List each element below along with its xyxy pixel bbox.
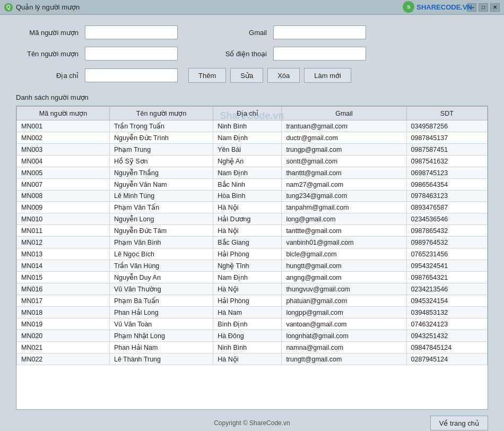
cell-dia_chi: Nam Định <box>213 272 282 283</box>
close-button[interactable]: ✕ <box>490 3 500 12</box>
cell-sdt: 0943251432 <box>406 330 487 342</box>
table-row[interactable]: MN013Lê Ngọc BíchHải Phòngbicle@gmail.co… <box>17 248 488 260</box>
cell-sdt: 0987865432 <box>406 225 487 237</box>
dia-chi-input[interactable] <box>85 68 178 82</box>
cell-gmail: trungp@gmail.com <box>282 144 406 156</box>
gmail-input[interactable] <box>273 25 366 39</box>
table-row[interactable]: MN007Nguyễn Văn NamBắc Ninhnam27@gmail.c… <box>17 179 488 191</box>
cell-sdt: 0987845137 <box>406 132 487 144</box>
ma-label: Mã người mượn <box>16 29 85 37</box>
ten-input[interactable] <box>85 47 178 61</box>
cell-ma: MN014 <box>17 260 110 272</box>
cell-gmail: vanbinh01@gmail.com <box>282 237 406 248</box>
table-row[interactable]: MN020Phạm Nhật LongHà Đônglongnhat@gmail… <box>17 330 488 342</box>
table-body: MN001Trần Trọng TuấnNinh Bìnhtrantuan@gm… <box>17 120 488 365</box>
main-content: ShareCode.vn Mã người mượn Gmail Tên ngư… <box>0 15 504 415</box>
cell-ten: Lê Ngọc Bích <box>109 248 213 260</box>
sua-button[interactable]: Sửa <box>230 68 263 83</box>
main-window: Q Quản lý người mượn S SHARECODE.VN — □ … <box>0 0 504 431</box>
cell-ma: MN022 <box>17 354 110 365</box>
cell-sdt: 0986564354 <box>406 179 487 191</box>
xoa-button[interactable]: Xóa <box>267 68 300 83</box>
window-title: Quản lý người mượn <box>16 3 80 11</box>
logo-icon: S <box>403 1 414 13</box>
cell-sdt: 0287945124 <box>406 354 487 365</box>
table-row[interactable]: MN015Nguyễn Duy AnNam Địnhangng@gmail.co… <box>17 272 488 283</box>
app-icon: Q <box>4 3 13 12</box>
home-button[interactable]: Về trang chủ <box>430 416 488 430</box>
cell-gmail: phatuan@gmail.com <box>282 295 406 307</box>
them-button[interactable]: Thêm <box>188 68 226 83</box>
cell-sdt: 0987587451 <box>406 144 487 156</box>
cell-gmail: ductr@gmail.com <box>282 132 406 144</box>
cell-dia_chi: Hà Nội <box>213 354 282 365</box>
col-ma: Mã người mượn <box>17 107 110 120</box>
cell-gmail: angng@gmail.com <box>282 272 406 283</box>
cell-sdt: 0394853132 <box>406 307 487 318</box>
ten-label: Tên người mượn <box>16 50 85 58</box>
cell-ma: MN004 <box>17 156 110 167</box>
cell-dia_chi: Hải Phòng <box>213 248 282 260</box>
cell-dia_chi: Hà Nội <box>213 283 282 295</box>
table-row[interactable]: MN022Lê Thành TrungHà Nộitrungtt@gmail.c… <box>17 354 488 365</box>
cell-dia_chi: Nam Định <box>213 132 282 144</box>
table-container[interactable]: Mã người mượn Tên người mượn Địa chỉ Gma… <box>16 106 488 410</box>
cell-ten: Nguyễn Thắng <box>109 167 213 179</box>
table-row[interactable]: MN001Trần Trọng TuấnNinh Bìnhtrantuan@gm… <box>17 120 488 132</box>
ma-input[interactable] <box>85 25 178 39</box>
table-row[interactable]: MN011Nguyễn Đức TâmHà Nộitanttte@gmail.c… <box>17 225 488 237</box>
cell-dia_chi: Nam Định <box>213 167 282 179</box>
table-row[interactable]: MN010Nguyễn LongHải Dươnglong@gmail.com0… <box>17 213 488 225</box>
table-row[interactable]: MN012Phạm Văn BìnhBắc Giangvanbinh01@gma… <box>17 237 488 248</box>
cell-ma: MN002 <box>17 132 110 144</box>
table-row[interactable]: MN008Lê Minh TùngHòa Bìnhtung234@gmail.c… <box>17 191 488 202</box>
cell-ma: MN010 <box>17 213 110 225</box>
cell-dia_chi: Hải Dương <box>213 213 282 225</box>
cell-ten: Trần Văn Hùng <box>109 260 213 272</box>
cell-dia_chi: Ninh Bình <box>213 120 282 132</box>
cell-ten: Phan Hải Nam <box>109 342 213 354</box>
cell-gmail: sontt@gmail.com <box>282 156 406 167</box>
table-row[interactable]: MN005Nguyễn ThắngNam Địnhthanttt@gmail.c… <box>17 167 488 179</box>
cell-dia_chi: Nghệ Tĩnh <box>213 260 282 272</box>
cell-ten: Phạm Nhật Long <box>109 330 213 342</box>
borrowers-table: Mã người mượn Tên người mượn Địa chỉ Gma… <box>16 106 488 365</box>
cell-sdt: 0234536546 <box>406 213 487 225</box>
col-dia-chi: Địa chỉ <box>213 107 282 120</box>
cell-sdt: 0954324541 <box>406 260 487 272</box>
table-row[interactable]: MN002Nguyễn Đức TrìnhNam Địnhductr@gmail… <box>17 132 488 144</box>
col-gmail: Gmail <box>282 107 406 120</box>
table-row[interactable]: MN019Vũ Văn ToànBình Địnhvantoan@gmail.c… <box>17 318 488 330</box>
cell-ma: MN003 <box>17 144 110 156</box>
form-row-diachia-buttons: Địa chỉ Thêm Sửa Xóa Làm mới <box>16 68 488 83</box>
col-sdt: SDT <box>406 107 487 120</box>
cell-ten: Trần Trọng Tuấn <box>109 120 213 132</box>
cell-ma: MN012 <box>17 237 110 248</box>
cell-ten: Phan Hải Long <box>109 307 213 318</box>
cell-ten: Phạm Bá Tuấn <box>109 295 213 307</box>
cell-sdt: 0698745123 <box>406 167 487 179</box>
cell-sdt: 0989764532 <box>406 237 487 248</box>
table-row[interactable]: MN021Phan Hải NamNinh Bìnhnamna@gmail.co… <box>17 342 488 354</box>
table-row[interactable]: MN004Hồ Sỹ SơnNghệ Ansontt@gmail.com0987… <box>17 156 488 167</box>
table-row[interactable]: MN003Phạm TrungYên Báitrungp@gmail.com09… <box>17 144 488 156</box>
cell-ten: Nguyễn Văn Nam <box>109 179 213 191</box>
cell-ma: MN016 <box>17 283 110 295</box>
cell-ma: MN018 <box>17 307 110 318</box>
lam-moi-button[interactable]: Làm mới <box>304 68 351 83</box>
table-header-row: Mã người mượn Tên người mượn Địa chỉ Gma… <box>17 107 488 120</box>
maximize-button[interactable]: □ <box>479 3 488 12</box>
cell-ma: MN011 <box>17 225 110 237</box>
table-row[interactable]: MN014Trần Văn HùngNghệ Tĩnhhungtt@gmail.… <box>17 260 488 272</box>
table-row[interactable]: MN016Vũ Văn ThườngHà Nộithungvuv@gmail.c… <box>17 283 488 295</box>
cell-ten: Hồ Sỹ Sơn <box>109 156 213 167</box>
table-row[interactable]: MN009Phạm Văn TấnHà Nộitanpahm@gmail.com… <box>17 202 488 213</box>
cell-ma: MN005 <box>17 167 110 179</box>
table-row[interactable]: MN018Phan Hải LongHà Namlongpp@gmail.com… <box>17 307 488 318</box>
cell-dia_chi: Hòa Bình <box>213 191 282 202</box>
cell-ma: MN017 <box>17 295 110 307</box>
cell-ma: MN001 <box>17 120 110 132</box>
cell-gmail: namna@gmail.com <box>282 342 406 354</box>
sdt-input[interactable] <box>273 47 366 61</box>
table-row[interactable]: MN017Phạm Bá TuấnHải Phòngphatuan@gmail.… <box>17 295 488 307</box>
